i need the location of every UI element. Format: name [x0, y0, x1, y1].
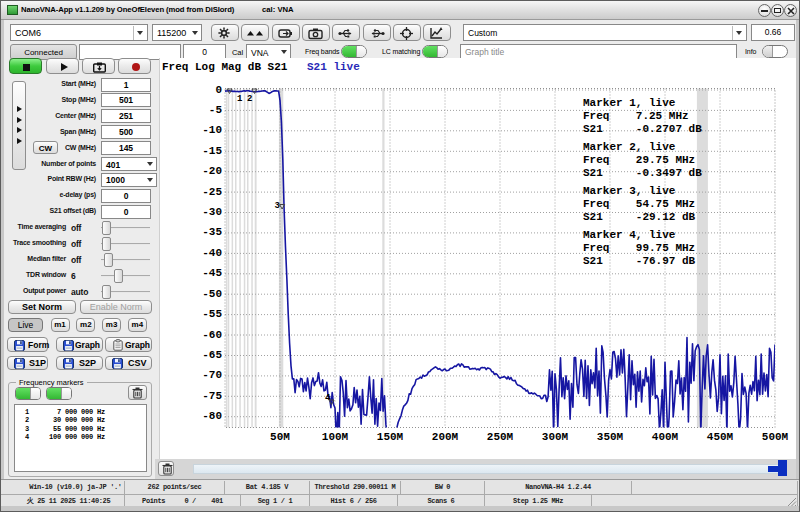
svg-text:3: 3: [275, 201, 280, 211]
svg-text:4: 4: [325, 393, 331, 403]
svg-text:2: 2: [247, 94, 252, 104]
svg-text:1: 1: [237, 94, 243, 104]
